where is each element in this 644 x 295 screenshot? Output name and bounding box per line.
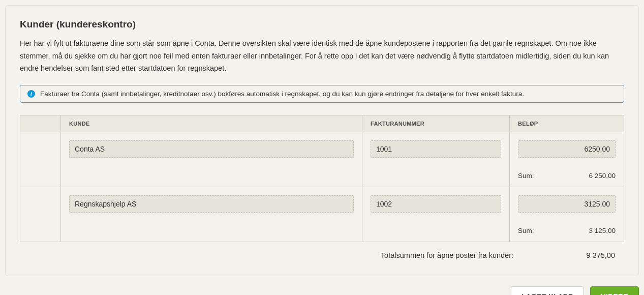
customer-ledger-panel: Kunder (kundereskontro) Her har vi fylt …	[5, 5, 639, 276]
col-header-kunde: KUNDE	[61, 115, 362, 132]
row-sum-label: Sum:	[518, 172, 534, 180]
total-row: Totalsummen for åpne poster fra kunder: …	[20, 242, 624, 261]
info-callout: i Fakturaer fra Conta (samt innbetalinge…	[20, 85, 624, 103]
col-header-fakturanummer: FAKTURANUMMER	[362, 115, 510, 132]
customer-name-field: Conta AS	[69, 140, 354, 158]
row-sum-value: 6 250,00	[589, 172, 616, 180]
amount-field: 3125,00	[518, 195, 616, 213]
next-button[interactable]: VIDERE	[590, 286, 639, 295]
invoice-number-field: 1001	[371, 140, 501, 158]
section-title: Kunder (kundereskontro)	[20, 19, 624, 30]
customer-table: KUNDE FAKTURANUMMER BELØP Conta AS 1001 …	[20, 115, 624, 242]
row-sum-label: Sum:	[518, 227, 534, 234]
invoice-number-field: 1002	[371, 195, 501, 213]
info-text: Fakturaer fra Conta (samt innbetalinger,…	[40, 90, 524, 98]
action-bar: LAGRE KLADD VIDERE	[5, 286, 639, 295]
col-header-belop: BELØP	[510, 115, 624, 132]
customer-name-field: Regnskapshjelp AS	[69, 195, 354, 213]
table-row: Regnskapshjelp AS 1002 3125,00 Sum: 3 12…	[20, 187, 624, 242]
col-header-blank	[20, 115, 61, 132]
section-description: Her har vi fylt ut fakturaene dine som s…	[20, 37, 624, 75]
total-label: Totalsummen for åpne poster fra kunder:	[381, 251, 513, 259]
total-value: 9 375,00	[569, 251, 615, 259]
row-sum-value: 3 125,00	[589, 227, 616, 234]
table-row: Conta AS 1001 6250,00 Sum: 6 250,00	[20, 132, 624, 187]
save-draft-button[interactable]: LAGRE KLADD	[511, 286, 584, 295]
amount-field: 6250,00	[518, 140, 616, 158]
info-icon: i	[27, 90, 35, 98]
